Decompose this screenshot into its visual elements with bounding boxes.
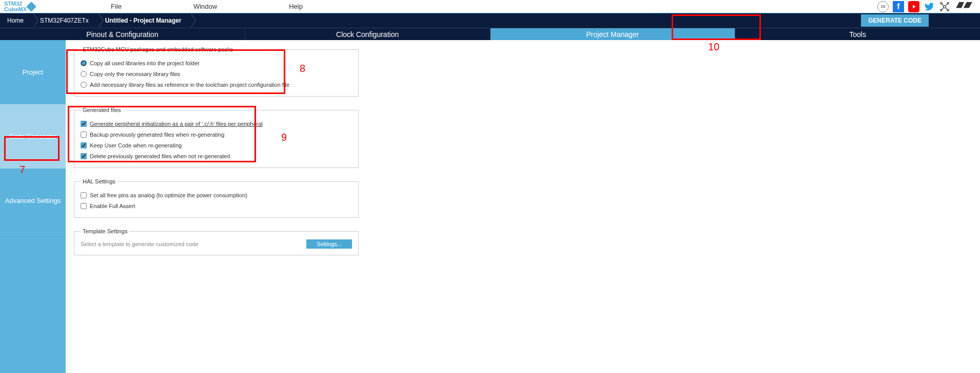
- main-layout: Project Code Generator Advanced Settings…: [0, 40, 980, 373]
- breadcrumb-bar: Home STM32F407ZETx Untitled - Project Ma…: [0, 13, 980, 28]
- mcu-legend: STM32Cube MCU packages and embedded soft…: [81, 46, 235, 52]
- radio-copy-necessary[interactable]: [81, 71, 87, 77]
- sidebar-item-project[interactable]: Project: [0, 40, 66, 104]
- facebook-icon[interactable]: f: [893, 1, 904, 12]
- gen-option-backup[interactable]: Backup previously generated files when r…: [81, 129, 352, 140]
- checkbox-free-pins-analog[interactable]: [81, 192, 87, 198]
- breadcrumb-home[interactable]: Home: [0, 13, 33, 28]
- mcu-option-copy-necessary[interactable]: Copy only the necessary library files: [81, 68, 352, 79]
- svg-line-5: [942, 4, 943, 5]
- generate-code-button[interactable]: GENERATE CODE: [861, 14, 929, 27]
- label-free-pins-analog: Set all free pins as analog (to optimize…: [90, 192, 247, 198]
- checkbox-backup[interactable]: [81, 132, 87, 138]
- section-mcu-packages: STM32Cube MCU packages and embedded soft…: [74, 46, 359, 97]
- section-generated-files: Generated files Generate peripheral init…: [74, 107, 359, 168]
- label-copy-necessary: Copy only the necessary library files: [90, 71, 180, 77]
- template-settings-button[interactable]: Settings...: [306, 239, 352, 249]
- label-pair-files: Generate peripheral initialization as a …: [90, 121, 263, 127]
- label-copy-all: Copy all used libraries into the project…: [90, 60, 200, 66]
- tab-tools[interactable]: Tools: [735, 28, 980, 40]
- logo-line2: CubeMX: [4, 6, 27, 12]
- hal-legend: HAL Settings: [81, 178, 117, 184]
- tab-clock[interactable]: Clock Configuration: [245, 28, 491, 40]
- svg-line-8: [946, 8, 948, 9]
- network-icon[interactable]: [939, 1, 950, 12]
- template-text: Select a template to generate customized…: [81, 241, 198, 247]
- label-backup: Backup previously generated files when r…: [90, 132, 224, 138]
- mcu-option-copy-all[interactable]: Copy all used libraries into the project…: [81, 58, 352, 68]
- gen-option-delete-not-regen[interactable]: Delete previously generated files when n…: [81, 151, 352, 161]
- social-icons: 10 f: [877, 0, 980, 13]
- checkbox-pair-files[interactable]: [81, 121, 87, 127]
- youtube-icon[interactable]: [908, 1, 919, 12]
- anniversary-badge-icon: 10: [877, 1, 889, 12]
- menu-file[interactable]: File: [111, 3, 122, 10]
- sidebar-item-advanced-settings[interactable]: Advanced Settings: [0, 169, 66, 233]
- breadcrumb-chip[interactable]: STM32F407ZETx: [33, 13, 98, 28]
- radio-copy-all[interactable]: [81, 60, 87, 66]
- label-full-assert: Enable Full Assert: [90, 203, 135, 209]
- checkbox-delete-not-regen[interactable]: [81, 153, 87, 159]
- cube-icon: [26, 2, 36, 12]
- hal-option-free-pins-analog[interactable]: Set all free pins as analog (to optimize…: [81, 190, 352, 200]
- radio-add-reference[interactable]: [81, 82, 87, 88]
- mcu-option-add-reference[interactable]: Add necessary library files as reference…: [81, 79, 352, 90]
- template-legend: Template Settings: [81, 228, 129, 234]
- checkbox-keep-user-code[interactable]: [81, 142, 87, 148]
- label-add-reference: Add necessary library files as reference…: [90, 82, 289, 88]
- twitter-icon[interactable]: [924, 1, 935, 12]
- gen-option-keep-user-code[interactable]: Keep User Code when re-generating: [81, 140, 352, 151]
- tab-pinout[interactable]: Pinout & Configuration: [0, 28, 245, 40]
- app-logo: STM32 CubeMX: [0, 1, 39, 12]
- top-header: STM32 CubeMX File Window Help 10 f: [0, 0, 980, 13]
- menu-bar: File Window Help: [111, 3, 303, 10]
- tab-project-manager[interactable]: Project Manager: [491, 28, 736, 40]
- checkbox-full-assert[interactable]: [81, 203, 87, 209]
- label-delete-not-regen: Delete previously generated files when n…: [90, 153, 230, 159]
- section-template-settings: Template Settings Select a template to g…: [74, 228, 359, 255]
- st-logo-icon: [954, 0, 974, 13]
- main-tabs: Pinout & Configuration Clock Configurati…: [0, 28, 980, 40]
- svg-line-7: [942, 8, 943, 9]
- menu-window[interactable]: Window: [193, 3, 217, 10]
- content-panel: STM32Cube MCU packages and embedded soft…: [66, 40, 980, 373]
- gen-option-pair-files[interactable]: Generate peripheral initialization as a …: [81, 118, 352, 129]
- sidebar-item-code-generator[interactable]: Code Generator: [0, 104, 66, 169]
- menu-help[interactable]: Help: [289, 3, 303, 10]
- svg-line-6: [946, 4, 948, 5]
- side-nav: Project Code Generator Advanced Settings: [0, 40, 66, 373]
- breadcrumb-title[interactable]: Untitled - Project Manager: [98, 13, 191, 28]
- section-hal-settings: HAL Settings Set all free pins as analog…: [74, 178, 359, 218]
- hal-option-full-assert[interactable]: Enable Full Assert: [81, 200, 352, 211]
- gen-legend: Generated files: [81, 107, 123, 113]
- label-keep-user-code: Keep User Code when re-generating: [90, 142, 182, 148]
- svg-point-0: [944, 5, 946, 8]
